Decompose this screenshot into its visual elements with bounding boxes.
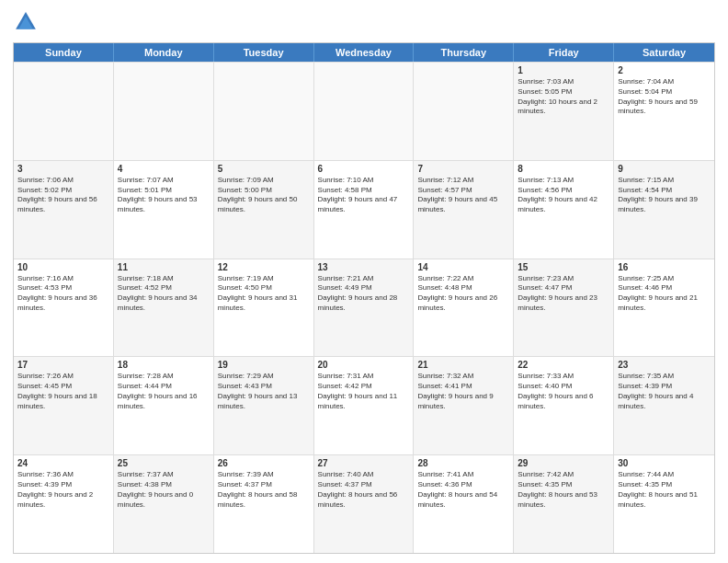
calendar-cell: 11Sunrise: 7:18 AM Sunset: 4:52 PM Dayli… [114, 259, 214, 357]
logo [13, 9, 42, 35]
cell-daylight-info: Sunrise: 7:37 AM Sunset: 4:38 PM Dayligh… [118, 470, 210, 510]
cell-daylight-info: Sunrise: 7:13 AM Sunset: 4:56 PM Dayligh… [518, 176, 609, 215]
cell-daylight-info: Sunrise: 7:33 AM Sunset: 4:40 PM Dayligh… [518, 372, 609, 411]
day-number: 7 [417, 164, 509, 174]
day-number: 20 [318, 360, 410, 370]
calendar-week-row: 10Sunrise: 7:16 AM Sunset: 4:53 PM Dayli… [14, 259, 714, 357]
cell-daylight-info: Sunrise: 7:29 AM Sunset: 4:43 PM Dayligh… [218, 372, 310, 411]
calendar-cell: 8Sunrise: 7:13 AM Sunset: 4:56 PM Daylig… [514, 161, 614, 259]
day-of-week-header: Tuesday [214, 43, 314, 62]
calendar-cell: 22Sunrise: 7:33 AM Sunset: 4:40 PM Dayli… [514, 357, 614, 454]
day-number: 11 [118, 262, 210, 272]
day-number: 21 [417, 360, 509, 370]
cell-daylight-info: Sunrise: 7:10 AM Sunset: 4:58 PM Dayligh… [318, 176, 410, 215]
cell-daylight-info: Sunrise: 7:44 AM Sunset: 4:35 PM Dayligh… [618, 470, 711, 510]
calendar-cell: 17Sunrise: 7:26 AM Sunset: 4:45 PM Dayli… [14, 357, 114, 454]
day-of-week-header: Monday [114, 43, 214, 62]
calendar-cell: 1Sunrise: 7:03 AM Sunset: 5:05 PM Daylig… [514, 63, 614, 160]
calendar-cell [14, 63, 114, 160]
calendar-cell: 4Sunrise: 7:07 AM Sunset: 5:01 PM Daylig… [114, 161, 214, 259]
day-number: 1 [518, 65, 609, 75]
day-number: 26 [218, 458, 310, 468]
day-number: 19 [218, 360, 310, 370]
calendar-cell [414, 63, 514, 160]
cell-daylight-info: Sunrise: 7:40 AM Sunset: 4:37 PM Dayligh… [318, 470, 410, 510]
day-number: 6 [318, 164, 410, 174]
cell-daylight-info: Sunrise: 7:06 AM Sunset: 5:02 PM Dayligh… [17, 176, 109, 215]
day-number: 10 [17, 262, 109, 272]
calendar-cell [314, 63, 415, 160]
calendar-cell: 19Sunrise: 7:29 AM Sunset: 4:43 PM Dayli… [214, 357, 314, 454]
day-number: 13 [318, 262, 410, 272]
day-of-week-header: Friday [514, 43, 614, 62]
day-of-week-header: Wednesday [314, 43, 415, 62]
day-number: 12 [218, 262, 310, 272]
cell-daylight-info: Sunrise: 7:39 AM Sunset: 4:37 PM Dayligh… [218, 470, 310, 510]
calendar-cell: 25Sunrise: 7:37 AM Sunset: 4:38 PM Dayli… [114, 455, 214, 553]
cell-daylight-info: Sunrise: 7:35 AM Sunset: 4:39 PM Dayligh… [618, 372, 711, 411]
calendar-cell: 24Sunrise: 7:36 AM Sunset: 4:39 PM Dayli… [14, 455, 114, 553]
calendar-cell: 28Sunrise: 7:41 AM Sunset: 4:36 PM Dayli… [414, 455, 514, 553]
calendar-week-row: 1Sunrise: 7:03 AM Sunset: 5:05 PM Daylig… [14, 62, 714, 160]
day-number: 5 [218, 164, 310, 174]
calendar-cell: 5Sunrise: 7:09 AM Sunset: 5:00 PM Daylig… [214, 161, 314, 259]
cell-daylight-info: Sunrise: 7:12 AM Sunset: 4:57 PM Dayligh… [417, 176, 509, 215]
day-number: 29 [518, 458, 609, 468]
day-number: 16 [618, 262, 711, 272]
day-number: 9 [618, 164, 711, 174]
cell-daylight-info: Sunrise: 7:07 AM Sunset: 5:01 PM Dayligh… [118, 176, 210, 215]
cell-daylight-info: Sunrise: 7:26 AM Sunset: 4:45 PM Dayligh… [17, 372, 109, 411]
cell-daylight-info: Sunrise: 7:15 AM Sunset: 4:54 PM Dayligh… [618, 176, 711, 215]
page: SundayMondayTuesdayWednesdayThursdayFrid… [0, 0, 728, 563]
day-number: 25 [118, 458, 210, 468]
calendar-cell: 18Sunrise: 7:28 AM Sunset: 4:44 PM Dayli… [114, 357, 214, 454]
logo-icon [13, 9, 39, 35]
calendar-cell: 2Sunrise: 7:04 AM Sunset: 5:04 PM Daylig… [614, 63, 714, 160]
cell-daylight-info: Sunrise: 7:42 AM Sunset: 4:35 PM Dayligh… [518, 470, 609, 510]
day-number: 4 [118, 164, 210, 174]
calendar-cell: 13Sunrise: 7:21 AM Sunset: 4:49 PM Dayli… [314, 259, 415, 357]
cell-daylight-info: Sunrise: 7:04 AM Sunset: 5:04 PM Dayligh… [618, 77, 711, 117]
calendar: SundayMondayTuesdayWednesdayThursdayFrid… [13, 42, 715, 554]
calendar-cell: 27Sunrise: 7:40 AM Sunset: 4:37 PM Dayli… [314, 455, 415, 553]
calendar-cell: 23Sunrise: 7:35 AM Sunset: 4:39 PM Dayli… [614, 357, 714, 454]
day-number: 2 [618, 65, 711, 75]
calendar-body: 1Sunrise: 7:03 AM Sunset: 5:05 PM Daylig… [14, 62, 714, 553]
calendar-cell: 14Sunrise: 7:22 AM Sunset: 4:48 PM Dayli… [414, 259, 514, 357]
calendar-cell: 30Sunrise: 7:44 AM Sunset: 4:35 PM Dayli… [614, 455, 714, 553]
cell-daylight-info: Sunrise: 7:28 AM Sunset: 4:44 PM Dayligh… [118, 372, 210, 411]
calendar-cell [114, 63, 214, 160]
calendar-cell: 10Sunrise: 7:16 AM Sunset: 4:53 PM Dayli… [14, 259, 114, 357]
cell-daylight-info: Sunrise: 7:21 AM Sunset: 4:49 PM Dayligh… [318, 274, 410, 314]
cell-daylight-info: Sunrise: 7:22 AM Sunset: 4:48 PM Dayligh… [417, 274, 509, 314]
cell-daylight-info: Sunrise: 7:16 AM Sunset: 4:53 PM Dayligh… [17, 274, 109, 314]
day-number: 14 [417, 262, 509, 272]
cell-daylight-info: Sunrise: 7:23 AM Sunset: 4:47 PM Dayligh… [518, 274, 609, 314]
cell-daylight-info: Sunrise: 7:19 AM Sunset: 4:50 PM Dayligh… [218, 274, 310, 314]
day-number: 30 [618, 458, 711, 468]
calendar-week-row: 17Sunrise: 7:26 AM Sunset: 4:45 PM Dayli… [14, 356, 714, 454]
cell-daylight-info: Sunrise: 7:41 AM Sunset: 4:36 PM Dayligh… [417, 470, 509, 510]
calendar-cell: 12Sunrise: 7:19 AM Sunset: 4:50 PM Dayli… [214, 259, 314, 357]
day-number: 22 [518, 360, 609, 370]
calendar-cell: 26Sunrise: 7:39 AM Sunset: 4:37 PM Dayli… [214, 455, 314, 553]
day-number: 17 [17, 360, 109, 370]
calendar-cell: 3Sunrise: 7:06 AM Sunset: 5:02 PM Daylig… [14, 161, 114, 259]
calendar-cell: 20Sunrise: 7:31 AM Sunset: 4:42 PM Dayli… [314, 357, 415, 454]
day-number: 27 [318, 458, 410, 468]
calendar-cell: 9Sunrise: 7:15 AM Sunset: 4:54 PM Daylig… [614, 161, 714, 259]
day-number: 15 [518, 262, 609, 272]
day-number: 23 [618, 360, 711, 370]
cell-daylight-info: Sunrise: 7:32 AM Sunset: 4:41 PM Dayligh… [417, 372, 509, 411]
day-number: 28 [417, 458, 509, 468]
day-of-week-header: Thursday [414, 43, 514, 62]
calendar-cell: 16Sunrise: 7:25 AM Sunset: 4:46 PM Dayli… [614, 259, 714, 357]
calendar-cell: 6Sunrise: 7:10 AM Sunset: 4:58 PM Daylig… [314, 161, 415, 259]
cell-daylight-info: Sunrise: 7:18 AM Sunset: 4:52 PM Dayligh… [118, 274, 210, 314]
calendar-header: SundayMondayTuesdayWednesdayThursdayFrid… [14, 43, 714, 62]
day-number: 24 [17, 458, 109, 468]
header [13, 9, 715, 35]
cell-daylight-info: Sunrise: 7:09 AM Sunset: 5:00 PM Dayligh… [218, 176, 310, 215]
cell-daylight-info: Sunrise: 7:03 AM Sunset: 5:05 PM Dayligh… [518, 77, 609, 117]
calendar-cell: 29Sunrise: 7:42 AM Sunset: 4:35 PM Dayli… [514, 455, 614, 553]
